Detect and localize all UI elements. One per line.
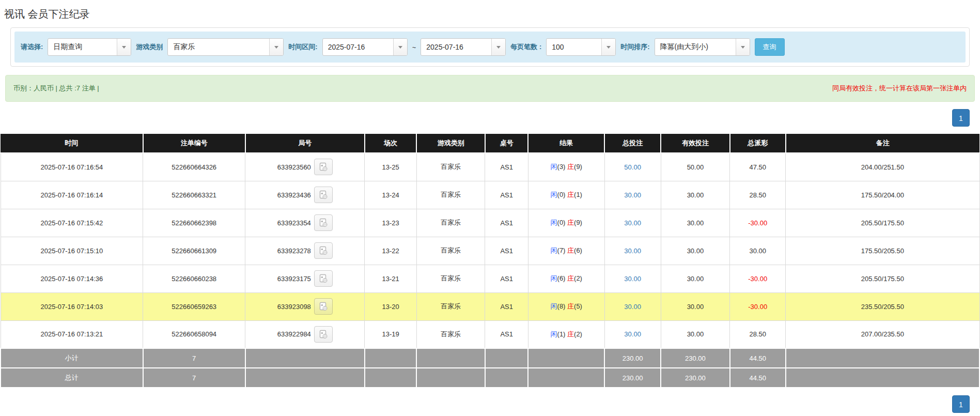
cell-remark: 205.50/175.50 <box>786 209 979 237</box>
records-body: 2025-07-16 07:16:54522660664326633923560… <box>1 153 979 348</box>
cell-payout: 28.50 <box>730 181 786 209</box>
banker-result-points: (2) <box>574 274 582 282</box>
banker-result-label: 庄 <box>567 163 574 171</box>
banker-result-points: (2) <box>574 330 582 338</box>
chevron-down-icon[interactable] <box>736 39 750 55</box>
page-size-label: 每页笔数 : <box>510 42 541 52</box>
video-replay-icon <box>318 273 329 284</box>
banker-result-label: 庄 <box>567 274 574 282</box>
cell-remark: 235.50/205.50 <box>786 292 979 320</box>
chevron-down-icon[interactable] <box>393 39 407 55</box>
cell-time: 2025-07-16 07:15:42 <box>1 209 143 237</box>
cell-order-no: 522660662398 <box>143 209 245 237</box>
chevron-down-icon[interactable] <box>601 39 615 55</box>
video-replay-button[interactable] <box>314 242 333 259</box>
cell-round-no: 633923354 <box>245 209 365 237</box>
chevron-down-icon[interactable] <box>117 39 131 55</box>
cell-remark: 205.50/175.50 <box>786 265 979 292</box>
total-bet-link[interactable]: 30.00 <box>624 275 641 283</box>
total-bet-link[interactable]: 30.00 <box>624 191 641 199</box>
page-size-select[interactable]: 100 <box>546 38 616 56</box>
page-1-button[interactable]: 1 <box>952 109 970 127</box>
total-bet-link[interactable]: 30.00 <box>624 330 641 338</box>
page-size-value: 100 <box>547 39 601 55</box>
cell-payout: 47.50 <box>730 153 786 181</box>
player-result-label: 闲 <box>551 330 557 338</box>
video-replay-button[interactable] <box>314 298 333 315</box>
header-time: 时间 <box>1 134 143 153</box>
round-number: 633923560 <box>277 163 311 171</box>
cell-valid-bet: 30.00 <box>661 237 730 265</box>
round-number: 633923278 <box>277 247 311 255</box>
header-session: 场次 <box>365 134 416 153</box>
date-to-select[interactable]: 2025-07-16 <box>421 38 506 56</box>
cell-session: 13-19 <box>365 320 416 348</box>
header-total-bet: 总投注 <box>604 134 661 153</box>
date-from-select[interactable]: 2025-07-16 <box>322 38 408 56</box>
cell-round-no: 633923560 <box>245 153 365 181</box>
cell-payout: 28.50 <box>730 320 786 348</box>
cell-remark: 175.50/205.50 <box>786 237 979 265</box>
table-row: 2025-07-16 07:16:14522660663321633923436… <box>1 181 979 209</box>
summary-bar: 币别：人民币 | 总共 :7 注单 | 同局有效投注，统一计算在该局第一张注单内 <box>5 75 975 102</box>
total-valid-bet: 230.00 <box>661 368 730 388</box>
cell-remark: 175.50/204.00 <box>786 181 979 209</box>
cell-round-no: 633923278 <box>245 237 365 265</box>
time-sort-value: 降冪(由大到小) <box>655 39 736 55</box>
video-replay-button[interactable] <box>314 214 333 231</box>
round-number: 633922984 <box>277 330 311 338</box>
player-result-points: (0) <box>557 191 566 198</box>
round-number: 633923354 <box>277 219 311 227</box>
cell-session: 13-21 <box>365 265 416 292</box>
pagination-bottom: 1 <box>0 388 980 413</box>
cell-total-bet: 30.00 <box>604 320 661 348</box>
cell-total-bet: 30.00 <box>604 265 661 292</box>
player-result-points: (3) <box>557 163 566 171</box>
cell-game-type: 百家乐 <box>416 153 485 181</box>
chevron-down-icon[interactable] <box>491 39 505 55</box>
payout-value: -30.00 <box>748 303 767 311</box>
time-sort-label: 时间排序: <box>620 42 649 52</box>
cell-round-no: 633923175 <box>245 265 365 292</box>
cell-game-type: 百家乐 <box>416 237 485 265</box>
filter-panel: 请选择: 日期查询 游戏类别 百家乐 时间区间: 2025-07-16 ~ 20… <box>10 27 970 67</box>
table-row: 2025-07-16 07:15:10522660661309633923278… <box>1 237 979 265</box>
game-type-select[interactable]: 百家乐 <box>167 38 284 56</box>
cell-table-no: AS1 <box>485 181 528 209</box>
video-replay-button[interactable] <box>314 326 333 343</box>
subtotal-count: 7 <box>143 348 245 368</box>
date-from-value: 2025-07-16 <box>323 39 393 55</box>
query-type-select[interactable]: 日期查询 <box>48 38 131 56</box>
cell-result: 闲(3) 庄(9) <box>528 153 604 181</box>
cell-valid-bet: 30.00 <box>661 181 730 209</box>
subtotal-valid-bet: 230.00 <box>661 348 730 368</box>
video-replay-icon <box>318 301 329 312</box>
game-type-value: 百家乐 <box>168 39 269 55</box>
cell-session: 13-24 <box>365 181 416 209</box>
cell-result: 闲(0) 庄(1) <box>528 181 604 209</box>
cell-game-type: 百家乐 <box>416 292 485 320</box>
time-sort-select[interactable]: 降冪(由大到小) <box>655 38 750 56</box>
total-bet-link[interactable]: 50.00 <box>624 163 641 171</box>
cell-round-no: 633923098 <box>245 292 365 320</box>
chevron-down-icon[interactable] <box>269 39 283 55</box>
banker-result-label: 庄 <box>567 219 574 226</box>
cell-game-type: 百家乐 <box>416 320 485 348</box>
cell-valid-bet: 30.00 <box>661 292 730 320</box>
banker-result-points: (9) <box>574 163 582 171</box>
total-bet-link[interactable]: 30.00 <box>624 303 641 311</box>
video-replay-button[interactable] <box>314 187 333 203</box>
page-1-button[interactable]: 1 <box>952 395 970 413</box>
total-bet-link[interactable]: 30.00 <box>624 219 641 227</box>
search-button[interactable]: 查询 <box>755 38 785 56</box>
total-bet-link[interactable]: 30.00 <box>624 247 641 255</box>
cell-total-bet: 30.00 <box>604 209 661 237</box>
payout-value: -30.00 <box>748 275 767 283</box>
video-replay-button[interactable] <box>314 270 333 287</box>
cell-order-no: 522660660238 <box>143 265 245 292</box>
cell-table-no: AS1 <box>485 320 528 348</box>
video-replay-button[interactable] <box>314 159 333 175</box>
cell-session: 13-25 <box>365 153 416 181</box>
header-game-type: 游戏类别 <box>416 134 485 153</box>
table-row: 2025-07-16 07:14:36522660660238633923175… <box>1 265 979 292</box>
